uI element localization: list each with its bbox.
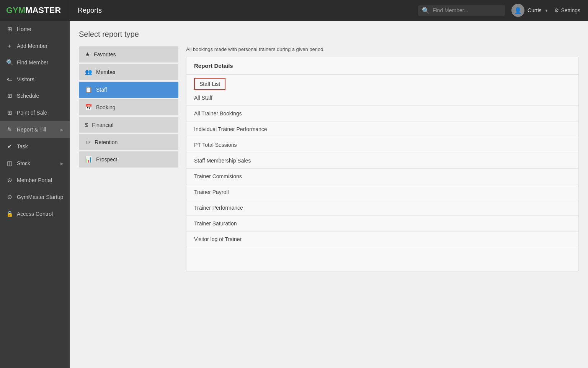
booking-icon: 📅 bbox=[85, 104, 92, 111]
pos-icon: ⊞ bbox=[6, 109, 13, 116]
chevron-right-icon: ▶ bbox=[60, 128, 64, 132]
staff-icon: 📋 bbox=[85, 86, 92, 93]
favorites-icon: ★ bbox=[85, 51, 90, 58]
sidebar-item-label: Member Portal bbox=[17, 177, 52, 183]
add-member-icon: + bbox=[6, 43, 13, 49]
category-favorites[interactable]: ★ Favorites bbox=[79, 46, 178, 62]
report-item-individual-trainer-performance[interactable]: Individual Trainer Performance bbox=[186, 122, 578, 137]
category-prospect[interactable]: 📊 Prospect bbox=[79, 151, 178, 168]
app-logo: GYMMASTER bbox=[0, 0, 70, 21]
startup-icon: ⊙ bbox=[6, 194, 13, 200]
sidebar-item-label: Home bbox=[17, 26, 31, 32]
report-item-trainer-performance[interactable]: Trainer Performance bbox=[186, 200, 578, 216]
page-title: Select report type bbox=[79, 30, 579, 39]
page-title-header: Reports bbox=[70, 0, 109, 21]
member-portal-icon: ⊙ bbox=[6, 177, 13, 184]
sidebar-item-add-member[interactable]: + Add Member bbox=[0, 38, 70, 54]
sidebar-item-member-portal[interactable]: ⊙ Member Portal bbox=[0, 172, 70, 189]
home-icon: ⊞ bbox=[6, 26, 13, 33]
report-panel-wrapper: All bookings made with personal trainers… bbox=[186, 46, 579, 271]
report-icon: ✎ bbox=[6, 126, 13, 133]
sidebar-item-label: Visitors bbox=[17, 76, 34, 82]
sidebar-item-home[interactable]: ⊞ Home bbox=[0, 21, 70, 38]
category-financial[interactable]: $ Financial bbox=[79, 117, 178, 133]
logo-master: MASTER bbox=[25, 5, 61, 15]
sidebar-item-report-till[interactable]: ✎ Report & Till ▶ bbox=[0, 121, 70, 138]
sidebar-item-label: Find Member bbox=[17, 59, 48, 66]
search-input[interactable] bbox=[433, 7, 501, 13]
sidebar-item-label: Schedule bbox=[17, 93, 39, 99]
report-details-header: Report Details bbox=[186, 57, 578, 75]
category-booking[interactable]: 📅 Booking bbox=[79, 99, 178, 115]
sidebar-item-label: Task bbox=[17, 143, 28, 150]
top-nav-right: 🔍 👤 Curtis ▼ ⚙ Settings bbox=[418, 4, 588, 17]
report-description: All bookings made with personal trainers… bbox=[186, 46, 579, 52]
report-categories: ★ Favorites 👥 Member 📋 Staff 📅 Booking $… bbox=[79, 46, 178, 169]
settings-button[interactable]: ⚙ Settings bbox=[554, 7, 580, 13]
report-item-staff-membership-sales[interactable]: Staff Membership Sales bbox=[186, 153, 578, 169]
category-label: Prospect bbox=[96, 156, 117, 163]
sidebar-item-label: Add Member bbox=[17, 43, 47, 49]
sidebar-item-point-of-sale[interactable]: ⊞ Point of Sale bbox=[0, 104, 70, 121]
highlighted-item-wrapper: Staff List bbox=[186, 75, 578, 90]
avatar-icon: 👤 bbox=[514, 7, 522, 14]
report-layout: ★ Favorites 👥 Member 📋 Staff 📅 Booking $… bbox=[79, 46, 579, 271]
top-navigation: GYMMASTER Reports 🔍 👤 Curtis ▼ ⚙ Setting… bbox=[0, 0, 588, 21]
visitors-icon: 🏷 bbox=[6, 76, 13, 82]
sidebar-item-find-member[interactable]: 🔍 Find Member bbox=[0, 54, 70, 71]
find-member-icon: 🔍 bbox=[6, 59, 13, 66]
settings-label: Settings bbox=[561, 7, 580, 13]
category-label: Staff bbox=[96, 87, 107, 93]
report-item-all-trainer-bookings[interactable]: All Trainer Bookings bbox=[186, 106, 578, 122]
report-item-pt-total-sessions[interactable]: PT Total Sessions bbox=[186, 137, 578, 153]
sidebar-item-label: Point of Sale bbox=[17, 110, 47, 116]
sidebar-item-visitors[interactable]: 🏷 Visitors bbox=[0, 71, 70, 87]
search-bar[interactable]: 🔍 bbox=[418, 5, 505, 16]
report-item-trainer-commisions[interactable]: Trainer Commisions bbox=[186, 169, 578, 184]
sidebar-item-label: Report & Till bbox=[17, 127, 46, 133]
member-icon: 👥 bbox=[85, 69, 92, 76]
prospect-icon: 📊 bbox=[85, 156, 92, 163]
sidebar-item-label: Stock bbox=[17, 160, 30, 166]
report-item-trainer-saturation[interactable]: Trainer Saturation bbox=[186, 216, 578, 232]
sidebar-item-task[interactable]: ✔ Task bbox=[0, 138, 70, 155]
category-label: Retention bbox=[95, 139, 118, 145]
report-item-staff-list[interactable]: Staff List bbox=[194, 78, 225, 90]
category-label: Favorites bbox=[94, 51, 116, 58]
category-retention[interactable]: ☺ Retention bbox=[79, 134, 178, 150]
logo-gym: GYM bbox=[6, 5, 25, 15]
report-details-panel: Report Details Staff List All Staff All … bbox=[186, 57, 579, 271]
financial-icon: $ bbox=[85, 122, 88, 128]
category-label: Booking bbox=[96, 104, 116, 110]
user-area: 👤 Curtis ▼ bbox=[511, 4, 548, 17]
category-member[interactable]: 👥 Member bbox=[79, 64, 178, 80]
avatar: 👤 bbox=[511, 4, 524, 17]
category-label: Financial bbox=[92, 122, 113, 128]
access-control-icon: 🔒 bbox=[6, 210, 13, 217]
sidebar-item-access-control[interactable]: 🔒 Access Control bbox=[0, 205, 70, 222]
report-item-trainer-payroll[interactable]: Trainer Payroll bbox=[186, 184, 578, 200]
task-icon: ✔ bbox=[6, 143, 13, 150]
sidebar-item-stock[interactable]: ◫ Stock ▶ bbox=[0, 155, 70, 172]
user-name: Curtis bbox=[528, 7, 542, 13]
stock-icon: ◫ bbox=[6, 160, 13, 167]
user-dropdown-arrow[interactable]: ▼ bbox=[545, 8, 549, 13]
search-icon: 🔍 bbox=[422, 7, 430, 14]
schedule-icon: ⊞ bbox=[6, 92, 13, 99]
chevron-right-icon: ▶ bbox=[60, 161, 64, 166]
category-staff[interactable]: 📋 Staff bbox=[79, 82, 178, 98]
settings-icon: ⚙ bbox=[554, 7, 559, 13]
sidebar-item-label: Access Control bbox=[17, 211, 53, 217]
sidebar-item-label: GymMaster Startup bbox=[17, 194, 63, 200]
sidebar-item-gymmaster-startup[interactable]: ⊙ GymMaster Startup bbox=[0, 189, 70, 205]
category-label: Member bbox=[96, 69, 116, 75]
sidebar-item-schedule[interactable]: ⊞ Schedule bbox=[0, 87, 70, 104]
sidebar: ⊞ Home + Add Member 🔍 Find Member 🏷 Visi… bbox=[0, 21, 70, 368]
retention-icon: ☺ bbox=[85, 139, 91, 145]
report-item-all-staff[interactable]: All Staff bbox=[186, 90, 578, 106]
report-item-visitor-log-of-trainer[interactable]: Visitor log of Trainer bbox=[186, 232, 578, 247]
main-content: Select report type ★ Favorites 👥 Member … bbox=[70, 21, 588, 368]
